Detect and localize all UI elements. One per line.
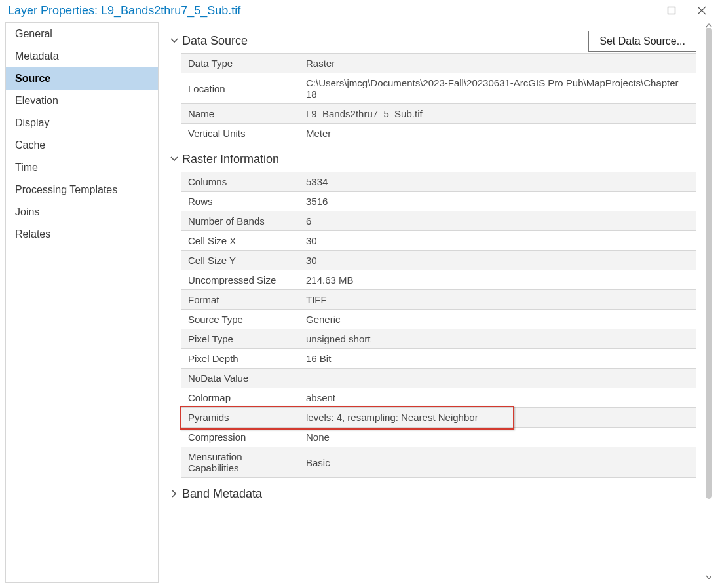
- name-key: Name: [181, 104, 299, 124]
- data-type-key: Data Type: [181, 54, 299, 73]
- table-row: Cell Size X30: [181, 231, 696, 251]
- maximize-icon: [667, 6, 676, 15]
- table-row: Number of Bands6: [181, 211, 696, 231]
- sidebar-item-elevation[interactable]: Elevation: [6, 90, 158, 112]
- table-row: Mensuration CapabilitiesBasic: [181, 447, 696, 478]
- section-toggle-band-metadata[interactable]: Band Metadata: [170, 487, 696, 501]
- table-row: Colormapabsent: [181, 388, 696, 408]
- window-controls: [662, 1, 720, 20]
- vertical-units-value: Meter: [299, 124, 696, 143]
- sidebar-item-display[interactable]: Display: [6, 112, 158, 134]
- section-toggle-raster-info[interactable]: Raster Information: [170, 153, 696, 166]
- scroll-up-arrow[interactable]: [706, 22, 712, 30]
- sidebar-item-joins[interactable]: Joins: [6, 201, 158, 223]
- table-row: CompressionNone: [181, 428, 696, 447]
- table-row: Source TypeGeneric: [181, 310, 696, 329]
- table-row: Cell Size Y30: [181, 251, 696, 270]
- sidebar: General Metadata Source Elevation Displa…: [5, 22, 159, 583]
- raster-info-table: Columns5334 Rows3516 Number of Bands6 Ce…: [181, 172, 696, 478]
- title-bar: Layer Properties: L9_Bands2thru7_5_Sub.t…: [0, 0, 720, 21]
- maximize-button[interactable]: [662, 1, 681, 20]
- svg-rect-0: [668, 7, 675, 14]
- sidebar-item-source[interactable]: Source: [6, 67, 158, 90]
- section-title: Band Metadata: [182, 487, 262, 501]
- table-row: Vertical UnitsMeter: [181, 124, 696, 143]
- close-icon: [696, 5, 707, 16]
- data-source-table: Data TypeRaster LocationC:\Users\jmcg\Do…: [181, 53, 696, 143]
- chevron-down-icon: [170, 153, 182, 166]
- content-area: Data Source Set Data Source... Data Type…: [159, 22, 715, 583]
- location-value: C:\Users\jmcg\Documents\2023-Fall\202306…: [299, 73, 696, 104]
- table-row: Data TypeRaster: [181, 54, 696, 73]
- table-row: Uncompressed Size214.63 MB: [181, 270, 696, 290]
- scroll-down-arrow[interactable]: [706, 572, 712, 581]
- table-row: FormatTIFF: [181, 290, 696, 310]
- table-row: Rows3516: [181, 192, 696, 211]
- table-row: Pyramidslevels: 4, resampling: Nearest N…: [181, 408, 696, 428]
- data-type-value: Raster: [299, 54, 696, 73]
- section-title: Raster Information: [182, 153, 279, 166]
- window-title: Layer Properties: L9_Bands2thru7_5_Sub.t…: [8, 4, 662, 18]
- scrollbar[interactable]: [706, 28, 712, 499]
- location-key: Location: [181, 73, 299, 104]
- table-row: NoData Value: [181, 369, 696, 388]
- section-toggle-data-source[interactable]: Data Source: [170, 34, 248, 48]
- set-data-source-button[interactable]: Set Data Source...: [588, 31, 696, 52]
- name-value: L9_Bands2thru7_5_Sub.tif: [299, 104, 696, 124]
- table-row: Pixel Typeunsigned short: [181, 329, 696, 349]
- table-row: Columns5334: [181, 172, 696, 192]
- sidebar-item-processing-templates[interactable]: Processing Templates: [6, 179, 158, 201]
- table-row: NameL9_Bands2thru7_5_Sub.tif: [181, 104, 696, 124]
- chevron-down-icon: [170, 34, 182, 48]
- sidebar-item-general[interactable]: General: [6, 23, 158, 45]
- sidebar-item-cache[interactable]: Cache: [6, 134, 158, 156]
- section-title: Data Source: [182, 34, 248, 48]
- sidebar-item-time[interactable]: Time: [6, 156, 158, 179]
- chevron-right-icon: [170, 487, 182, 501]
- sidebar-item-relates[interactable]: Relates: [6, 223, 158, 246]
- close-button[interactable]: [692, 1, 711, 20]
- vertical-units-key: Vertical Units: [181, 124, 299, 143]
- sidebar-item-metadata[interactable]: Metadata: [6, 45, 158, 67]
- table-row: LocationC:\Users\jmcg\Documents\2023-Fal…: [181, 73, 696, 104]
- table-row: Pixel Depth16 Bit: [181, 349, 696, 369]
